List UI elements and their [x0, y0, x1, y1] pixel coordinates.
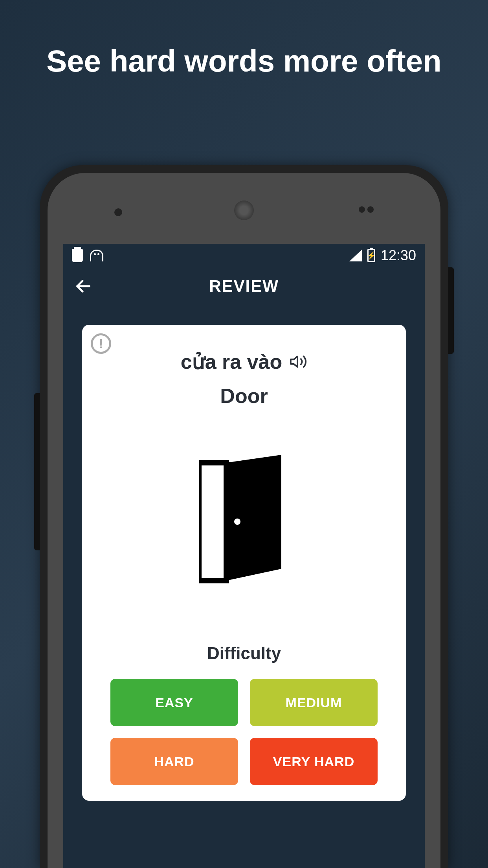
promo-title: See hard words more often [0, 0, 488, 79]
signal-icon [349, 250, 362, 261]
medium-button[interactable]: MEDIUM [250, 679, 378, 726]
hard-button[interactable]: HARD [110, 738, 238, 785]
easy-button[interactable]: EASY [110, 679, 238, 726]
status-time: 12:30 [381, 247, 416, 264]
door-icon [199, 455, 289, 585]
phone-volume-rocker [34, 393, 40, 550]
play-audio-button[interactable] [289, 353, 307, 371]
sd-card-icon [72, 249, 83, 262]
phone-sensor [114, 208, 122, 216]
app-header: REVIEW [63, 267, 425, 305]
svg-rect-2 [199, 463, 226, 581]
divider [122, 380, 366, 380]
foreign-word: cửa ra vào [181, 350, 283, 373]
android-debug-icon [90, 250, 103, 261]
phone-power-button [448, 267, 454, 354]
flashcard: ! cửa ra vào Door [82, 325, 406, 801]
battery-charging-icon: ⚡ [367, 249, 375, 262]
page-title: REVIEW [63, 277, 425, 296]
svg-point-4 [234, 519, 240, 525]
phone-camera [359, 206, 374, 213]
speaker-icon [289, 353, 307, 371]
phone-screen: ⚡ 12:30 REVIEW ! cửa ra vào [63, 244, 425, 868]
status-bar: ⚡ 12:30 [63, 244, 425, 267]
word-illustration [91, 455, 397, 585]
svg-marker-1 [291, 357, 297, 367]
difficulty-label: Difficulty [91, 644, 397, 663]
phone-earpiece [234, 200, 254, 220]
native-word: Door [91, 384, 397, 408]
very-hard-button[interactable]: VERY HARD [250, 738, 378, 785]
svg-marker-3 [226, 455, 281, 581]
phone-frame: ⚡ 12:30 REVIEW ! cửa ra vào [40, 165, 448, 868]
arrow-left-icon [74, 277, 92, 295]
back-button[interactable] [63, 277, 103, 295]
phone-bezel: ⚡ 12:30 REVIEW ! cửa ra vào [48, 173, 440, 868]
difficulty-buttons: EASY MEDIUM HARD VERY HARD [91, 679, 397, 785]
